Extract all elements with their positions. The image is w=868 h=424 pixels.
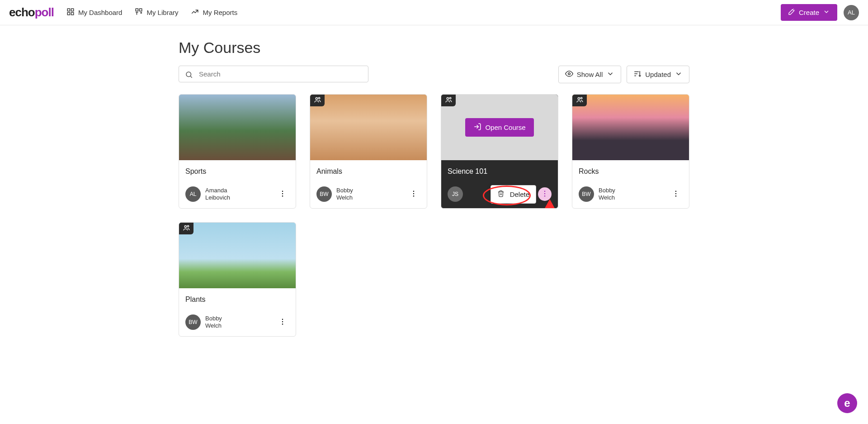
svg-point-29 (675, 195, 676, 196)
course-card-active[interactable]: Open Course Science 101 JS (441, 94, 558, 209)
svg-point-20 (544, 191, 545, 191)
shared-badge (179, 223, 193, 234)
card-footer: BW Bobby Welch (579, 186, 683, 202)
owner-name: Amanda Leibovich (205, 187, 230, 202)
course-card[interactable]: Plants BW Bobby Welch (179, 222, 296, 337)
svg-rect-0 (67, 9, 70, 11)
sort-filter[interactable]: Updated (627, 66, 689, 83)
course-title: Rocks (579, 167, 683, 176)
more-options-button[interactable] (538, 187, 552, 201)
chevron-down-icon (606, 70, 614, 79)
open-course-button[interactable]: Open Course (465, 118, 533, 137)
filter-label: Show All (577, 71, 603, 78)
svg-point-14 (413, 191, 414, 191)
owner-first: Bobby (205, 315, 222, 322)
create-button[interactable]: Create (781, 4, 837, 21)
svg-point-12 (316, 97, 317, 99)
page-title: My Courses (179, 39, 689, 57)
more-vertical-icon (278, 318, 287, 327)
course-card[interactable]: Animals BW Bobby Welch (310, 94, 427, 209)
people-icon (314, 96, 321, 105)
owner-avatar: BW (579, 186, 594, 202)
svg-point-31 (187, 225, 189, 227)
enter-icon (473, 123, 481, 132)
chevron-down-icon (675, 70, 683, 79)
dashboard-icon (66, 8, 75, 17)
svg-point-15 (413, 193, 414, 194)
owner-last: Leibovich (205, 194, 230, 201)
more-options-button[interactable] (276, 315, 289, 329)
more-vertical-icon (541, 190, 549, 199)
course-grid: Sports AL Amanda Leibovich (179, 94, 689, 337)
more-options-button[interactable] (276, 187, 289, 201)
course-card[interactable]: Rocks BW Bobby Welch (572, 94, 689, 209)
course-owner: AL Amanda Leibovich (185, 186, 230, 202)
course-thumbnail (179, 223, 296, 288)
brand-logo[interactable]: echopoll (9, 5, 54, 19)
library-icon (135, 8, 143, 17)
svg-point-6 (186, 72, 191, 77)
svg-rect-4 (136, 9, 138, 11)
people-icon (183, 224, 190, 233)
card-footer: BW Bobby Welch (316, 186, 420, 202)
card-body: Rocks BW Bobby Welch (572, 160, 689, 208)
card-body: Plants BW Bobby Welch (179, 288, 296, 336)
more-options-button[interactable] (669, 187, 683, 201)
course-card[interactable]: Sports AL Amanda Leibovich (179, 94, 296, 209)
more-options-button[interactable] (407, 187, 420, 201)
course-owner: BW Bobby Welch (185, 314, 222, 330)
svg-point-33 (282, 321, 283, 322)
chevron-down-icon (823, 8, 830, 17)
course-owner: BW Bobby Welch (316, 186, 353, 202)
app-header: echopoll My Dashboard My Library My Repo… (0, 0, 868, 25)
more-vertical-icon (410, 190, 418, 199)
more-vertical-icon (278, 190, 287, 199)
user-avatar[interactable]: AL (844, 5, 859, 20)
eye-icon (565, 70, 573, 79)
toolbar: Show All Updated (179, 66, 689, 83)
nav-label: My Library (146, 9, 178, 16)
context-menu[interactable]: Delete (491, 185, 536, 204)
svg-point-18 (449, 97, 451, 99)
svg-point-13 (318, 97, 320, 99)
course-title: Animals (316, 167, 420, 176)
course-title: Sports (185, 167, 289, 176)
svg-point-16 (413, 195, 414, 196)
header-right: Create AL (781, 4, 859, 21)
course-thumbnail (179, 95, 296, 160)
svg-point-32 (282, 319, 283, 319)
nav-label: My Dashboard (78, 9, 123, 16)
top-nav: My Dashboard My Library My Reports (66, 8, 237, 17)
search-input[interactable] (179, 66, 368, 82)
svg-point-25 (578, 97, 580, 99)
nav-dashboard[interactable]: My Dashboard (66, 8, 123, 17)
course-thumbnail (310, 95, 427, 160)
svg-point-26 (580, 97, 582, 99)
owner-first: Amanda (205, 187, 230, 194)
search-wrap (179, 66, 368, 83)
course-title: Plants (185, 295, 289, 304)
owner-last: Welch (599, 194, 615, 201)
svg-point-28 (675, 193, 676, 194)
svg-rect-3 (67, 13, 70, 15)
svg-line-7 (190, 76, 192, 77)
owner-avatar: BW (185, 314, 201, 330)
owner-first: Bobby (599, 187, 615, 194)
nav-reports[interactable]: My Reports (191, 8, 237, 17)
owner-last: Welch (336, 194, 353, 201)
visibility-filter[interactable]: Show All (558, 66, 622, 83)
sort-icon (633, 70, 642, 79)
course-owner: BW Bobby Welch (579, 186, 615, 202)
svg-rect-5 (140, 9, 142, 11)
owner-avatar: JS (448, 186, 463, 202)
svg-rect-2 (71, 13, 73, 15)
nav-library[interactable]: My Library (135, 8, 178, 17)
svg-point-27 (675, 191, 676, 191)
course-thumbnail: Open Course (441, 95, 558, 160)
course-thumbnail (572, 95, 689, 160)
owner-first: Bobby (336, 187, 353, 194)
svg-point-9 (282, 191, 283, 191)
shared-badge (310, 95, 325, 106)
course-owner: JS (448, 186, 463, 202)
svg-point-10 (282, 193, 283, 194)
